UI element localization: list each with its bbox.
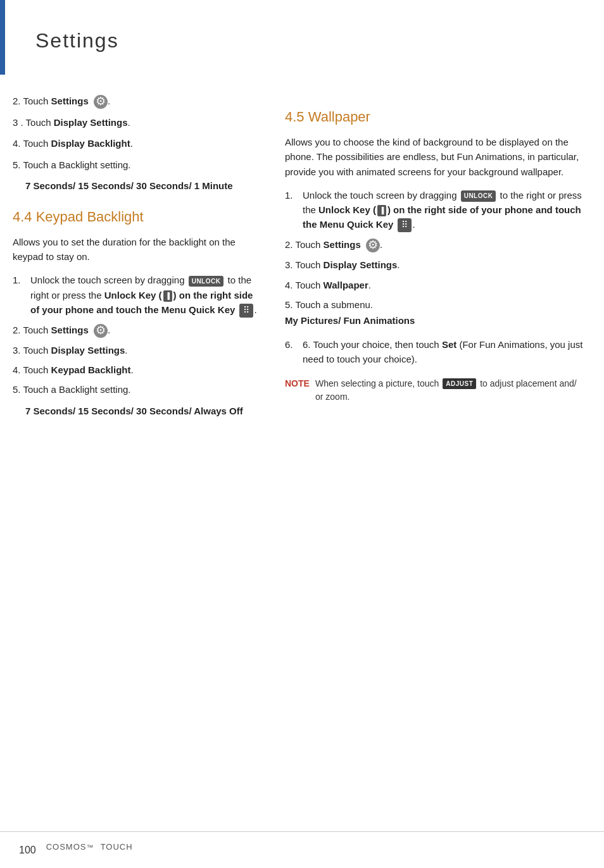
note-text: When selecting a picture, touch ADJUST t… bbox=[315, 377, 585, 404]
settings-icon-kp bbox=[94, 324, 108, 338]
wp-step-4: 4. Touch Wallpaper. bbox=[285, 278, 585, 292]
unlock-icon-kp: UNLOCK bbox=[189, 276, 224, 287]
page-container: Settings 2. Touch Settings . 3 . Touch D… bbox=[0, 0, 604, 868]
wp-step-3: 3. Touch Display Settings. bbox=[285, 257, 585, 272]
kp-step1-text: Unlock the touch screen by dragging bbox=[30, 275, 184, 285]
kp-step-2: 2. Touch Settings . bbox=[13, 323, 260, 338]
kp-backlight-options: 7 Seconds/ 15 Seconds/ 30 Seconds/ Alway… bbox=[25, 404, 260, 419]
right-column: 4.5 Wallpaper Allows you to choose the k… bbox=[279, 87, 585, 819]
unlock-key-icon-wp bbox=[377, 205, 386, 216]
page-title: Settings bbox=[18, 13, 585, 56]
note-block: NOTE When selecting a picture, touch ADJ… bbox=[285, 377, 585, 404]
wp-step6-prefix: 6. Touch your choice, then touch bbox=[303, 339, 442, 350]
wp-step-1: 1. Unlock the touch screen by dragging U… bbox=[285, 188, 585, 233]
unlock-key-icon-kp bbox=[163, 290, 172, 302]
wp-step-2: 2. Touch Settings . bbox=[285, 237, 585, 252]
adjust-icon: ADJUST bbox=[443, 378, 476, 389]
section44-heading: 4.4 Keypad Backlight bbox=[13, 206, 260, 227]
wallpaper-steps: 1. Unlock the touch screen by dragging U… bbox=[285, 188, 585, 367]
content-area: 2. Touch Settings . 3 . Touch Display Se… bbox=[0, 75, 604, 831]
wp-step1-text: Unlock the touch screen by dragging bbox=[303, 190, 456, 201]
wp-step6-set: Set bbox=[442, 339, 456, 350]
section45-intro: Allows you to choose the kind of backgro… bbox=[285, 135, 585, 179]
kp-step-1: 1. Unlock the touch screen by dragging U… bbox=[13, 273, 260, 318]
keypad-backlight-steps: 1. Unlock the touch screen by dragging U… bbox=[13, 273, 260, 397]
menu-quick-icon-kp bbox=[239, 304, 253, 318]
kp-step-3: 3. Touch Display Settings. bbox=[13, 343, 260, 357]
step2-prefix: 2. Touch bbox=[13, 96, 51, 106]
section45-heading: 4.5 Wallpaper bbox=[285, 106, 585, 127]
main-content: 2. Touch Settings . 3 . Touch Display Se… bbox=[0, 75, 604, 831]
step-2: 2. Touch Settings . bbox=[13, 94, 260, 109]
step4-prefix: 4. Touch bbox=[13, 138, 51, 149]
step2-bold: Settings bbox=[51, 96, 89, 106]
footer-brand: COSMOS™ TOUCH bbox=[46, 840, 133, 860]
settings-icon-wp bbox=[366, 239, 380, 252]
step3-bold: Display Settings bbox=[54, 117, 128, 128]
backlight-options: 7 Seconds/ 15 Seconds/ 30 Seconds/ 1 Min… bbox=[25, 178, 260, 194]
settings-icon bbox=[94, 95, 108, 109]
step4-bold: Display Backlight bbox=[51, 138, 130, 149]
step-3: 3 . Touch Display Settings. bbox=[13, 115, 260, 130]
kp-step-4: 4. Touch Keypad Backlight. bbox=[13, 363, 260, 377]
section44-intro: Allows you to set the duration for the b… bbox=[13, 235, 260, 264]
wp-submenu-options: My Pictures/ Fun Animations bbox=[285, 313, 585, 328]
display-backlight-steps: 2. Touch Settings . 3 . Touch Display Se… bbox=[13, 94, 260, 172]
unlock-icon-wp: UNLOCK bbox=[461, 190, 496, 202]
wp-step-5: 5. Touch a submenu. My Pictures/ Fun Ani… bbox=[285, 297, 585, 328]
kp-step-5: 5. Touch a Backlight setting. bbox=[13, 382, 260, 397]
left-column: 2. Touch Settings . 3 . Touch Display Se… bbox=[13, 87, 279, 819]
footer-page-number: 100 bbox=[19, 843, 36, 858]
wp-step-6: 6. 6. Touch your choice, then touch Set … bbox=[285, 337, 585, 367]
step3-prefix: 3 . Touch bbox=[13, 117, 54, 128]
step-4: 4. Touch Display Backlight. bbox=[13, 136, 260, 151]
left-border-accent bbox=[0, 0, 5, 75]
step-5: 5. Touch a Backlight setting. bbox=[13, 158, 260, 172]
menu-quick-icon-wp bbox=[398, 218, 412, 232]
note-label: NOTE bbox=[285, 377, 309, 404]
footer: 100 COSMOS™ TOUCH bbox=[0, 831, 604, 868]
